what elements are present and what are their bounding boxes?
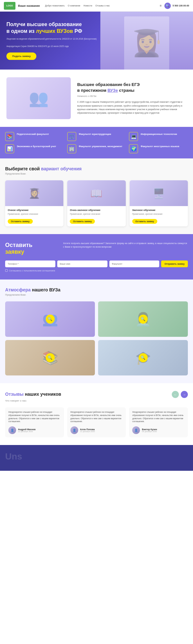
reviewer-date-3: 06 декабря 2020 <box>142 431 157 432</box>
apply-section: Оставить заявку Хотите получить высшее о… <box>0 234 193 279</box>
apply-submit-button[interactable]: Отправить заявку <box>161 260 188 267</box>
reviewer-name-1: Андрей Михнев <box>18 428 36 431</box>
hero-accreditation: Аккредитация Серия 30А069 № 00022470 до … <box>6 45 106 48</box>
atmosphere-grid: 👥 🔍 👩‍💼 🔍 📚 🔍 🎓 🔍 <box>5 301 188 375</box>
reviewer-details-1: Андрей Михнев 12 декабря 2020 <box>18 428 36 432</box>
faculty-label-4: Экономика и бухгалтерский учет <box>17 144 56 148</box>
study-card-desc-1: Примечание, краткое описание <box>8 213 61 215</box>
reviewer-date-2: 12 декабря 2020 <box>80 431 95 432</box>
zoom-btn-3[interactable]: 🔍 <box>46 353 55 362</box>
atmosphere-section: Атмосфера нашего ВУЗа Предлагаем Вам: 👥 … <box>0 279 193 383</box>
reviews-cards: Неоднократно слышал рабочих на площадке … <box>5 407 188 437</box>
study-subtitle: Предлагаем Вам: <box>5 172 188 175</box>
review-card-3: Неоднократно слышал рабочих на площадке … <box>129 407 188 437</box>
hero-image: 👩‍🎓 <box>100 12 193 70</box>
study-card-body-3: Заочное обучение Примечание, краткое опи… <box>130 206 188 226</box>
menu-icon[interactable]: ≡ <box>160 4 162 7</box>
reviewer-avatar-2: 👤 <box>70 426 78 434</box>
nav-greeting[interactable]: Добро пожаловать <box>45 5 65 7</box>
faculty-item-4[interactable]: 📊 Экономика и бухгалтерский учет <box>5 144 64 153</box>
reviews-title: Отзывы наших учеников <box>5 392 61 397</box>
review-card-1: Неоднократно слышал рабочих на площадке … <box>5 407 64 437</box>
logo[interactable]: LOGO <box>4 2 15 10</box>
study-card-img-1: 👩‍🎓 <box>5 180 63 206</box>
review-text-1: Неоднократно слышал рабочих на площадке … <box>8 411 61 423</box>
study-card-desc-3: Примечание, краткое описание <box>132 213 185 215</box>
apply-phone-input[interactable] <box>5 260 55 267</box>
faculty-item-5[interactable]: 🏢 Факультет управления, менеджмент <box>67 144 126 153</box>
study-card-2: 📖 Очно-заочное обучение Примечание, крат… <box>67 180 125 226</box>
reviewer-avatar-1: 👤 <box>8 426 16 434</box>
apply-agree-text: Соглашаюсь с пользовательским соглашение… <box>9 270 55 272</box>
atmosphere-img-3: 📚 🔍 <box>5 340 95 375</box>
faculty-label-3: Информационные технологии <box>141 132 177 136</box>
study-card-body-2: Очно-заочное обучение Примечание, кратко… <box>67 206 125 226</box>
faculty-icon-6: 🌍 <box>129 144 138 153</box>
hero-content: Получи высшее образование в одном из луч… <box>6 21 106 60</box>
nav-about[interactable]: О компании <box>68 5 80 7</box>
about-image: 👥 <box>6 77 71 119</box>
apply-faculty-input[interactable] <box>109 260 160 267</box>
faculty-item-6[interactable]: 🌍 Факультет иностранных языков <box>129 144 188 153</box>
faculty-icon-5: 🏢 <box>67 144 76 153</box>
study-card-img-3: 🖥️ <box>130 180 188 206</box>
apply-agree-checkbox[interactable] <box>5 269 8 272</box>
faculty-item-1[interactable]: 📚 Педагогический факультет <box>5 132 64 141</box>
footer-logo-text: Uns <box>5 451 188 462</box>
apply-name-input[interactable] <box>57 260 107 267</box>
faculties-grid: 📚 Педагогический факультет ⚖️ Факультет … <box>5 132 188 153</box>
faculties-section: 📚 Педагогический факультет ⚖️ Факультет … <box>0 127 193 158</box>
reviews-next-button[interactable]: → <box>181 391 188 398</box>
site-name: Ваше название <box>18 4 40 7</box>
hero-title: Получи высшее образование в одном из луч… <box>6 21 106 35</box>
faculty-icon-3: 💻 <box>129 132 138 141</box>
reviewer-date-1: 12 декабря 2020 <box>18 431 36 432</box>
apply-right: Хотите получить высшее образование? Запо… <box>63 242 188 249</box>
faculty-icon-4: 📊 <box>5 144 14 153</box>
hero-license: Лицензия на ведение образовательной деят… <box>6 37 106 41</box>
study-card-btn-2[interactable]: Оставить заявку <box>70 219 95 224</box>
review-card-2: Неоднократно слышал рабочих на площадке … <box>67 407 126 437</box>
search-icon[interactable]: 🔍 <box>164 3 171 9</box>
reviewer-name-2: Алла Попова <box>80 428 95 431</box>
atmosphere-img-2: 👩‍💼 🔍 <box>98 301 188 337</box>
atmosphere-img-1: 👥 🔍 <box>5 301 95 337</box>
apply-title: Оставить заявку <box>5 242 57 255</box>
reviews-prev-button[interactable]: ← <box>172 391 179 398</box>
apply-inner: Оставить заявку Хотите получить высшее о… <box>5 242 188 257</box>
study-card-btn-1[interactable]: Оставить заявку <box>8 219 33 224</box>
faculty-icon-2: ⚖️ <box>67 132 76 141</box>
nav-news[interactable]: Новости <box>83 5 92 7</box>
study-card-body-1: Очное обучение Примечание, краткое описа… <box>5 206 63 226</box>
about-text: Высшее образование без ЕГЭ в престижном … <box>77 82 187 115</box>
phone-number: 5 500 100-00-00 <box>173 5 189 7</box>
faculty-item-2[interactable]: ⚖️ Факультет юриспруденции <box>67 132 126 141</box>
apply-left: Оставить заявку <box>5 242 57 257</box>
review-text-3: Неоднократно слышал рабочих на площадке … <box>132 411 185 423</box>
main-nav: Добро пожаловать О компании Новости Отзы… <box>45 5 158 7</box>
atmosphere-img-4: 🎓 🔍 <box>98 340 188 375</box>
reviewer-details-3: Виктор Кузин 06 декабря 2020 <box>142 428 157 432</box>
study-cards: 👩‍🎓 Очное обучение Примечание, краткое о… <box>5 180 188 226</box>
faculty-label-1: Педагогический факультет <box>17 132 49 136</box>
about-title: Высшее образование без ЕГЭ в престижном … <box>77 82 187 93</box>
atmosphere-title: Атмосфера нашего ВУЗа <box>5 287 188 292</box>
zoom-btn-4[interactable]: 🔍 <box>139 353 148 362</box>
study-card-1: 👩‍🎓 Очное обучение Примечание, краткое о… <box>5 180 63 226</box>
study-card-title-1: Очное обучение <box>8 209 61 212</box>
apply-form: Отправить заявку <box>5 260 188 267</box>
faculty-item-3[interactable]: 💻 Информационные технологии <box>129 132 188 141</box>
reviewer-details-2: Алла Попова 12 декабря 2020 <box>80 428 95 432</box>
nav-reviews[interactable]: Отзывы о нас <box>96 5 110 7</box>
zoom-btn-2[interactable]: 🔍 <box>139 315 148 324</box>
faculty-label-5: Факультет управления, менеджмент <box>79 144 123 148</box>
study-card-3: 🖥️ Заочное обучение Примечание, краткое … <box>130 180 188 226</box>
footer: Uns <box>0 445 193 471</box>
reviews-section: Отзывы наших учеников ← → Что говорят о … <box>0 383 193 445</box>
reviewer-info-1: 👤 Андрей Михнев 12 декабря 2020 <box>8 426 61 434</box>
hero-apply-button[interactable]: Подать заявку <box>6 52 36 60</box>
study-card-btn-3[interactable]: Оставить заявку <box>132 219 157 224</box>
zoom-btn-1[interactable]: 🔍 <box>46 315 55 324</box>
hero-person-image: 👩‍🎓 <box>124 16 169 70</box>
reviewer-name-3: Виктор Кузин <box>142 428 157 431</box>
